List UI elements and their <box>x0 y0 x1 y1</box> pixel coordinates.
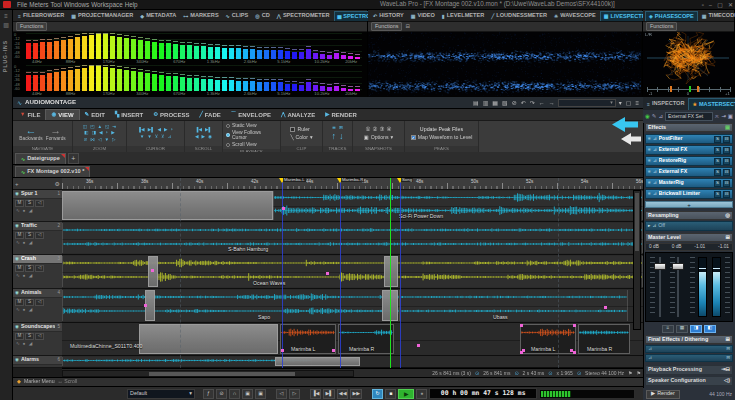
solo-button[interactable]: S <box>714 147 721 154</box>
time-ruler[interactable]: 36s38s40s42s44s46s48s50s52s54s56sMarimba… <box>62 178 643 190</box>
grey-clip-box[interactable] <box>275 357 360 366</box>
track-option-icon[interactable]: ● <box>23 308 26 313</box>
tab-filebrowser[interactable]: ≡FILEBROWSER <box>15 11 67 21</box>
playback-option-icon[interactable]: ⊟ <box>725 366 730 372</box>
fader-left-handle[interactable] <box>654 263 666 270</box>
clip-selection-handle[interactable] <box>520 351 523 354</box>
track-option-icon[interactable]: ◢ <box>29 308 33 313</box>
slot-fader-icon[interactable]: ⊿ <box>653 148 657 153</box>
track-toggle-icon[interactable]: ◉ <box>15 291 19 296</box>
vertical-scrollbar-thumb[interactable] <box>635 193 639 251</box>
tab-markers[interactable]: ⊶MARKERS <box>180 11 221 21</box>
navigate-backwards-button[interactable]: ←Backwards <box>19 125 42 142</box>
snapshot-button[interactable]: ① <box>365 127 370 133</box>
envelope-point[interactable] <box>151 269 154 272</box>
track-option-icon[interactable]: ● <box>23 209 26 214</box>
tool-icon[interactable]: ▶ <box>201 135 205 140</box>
layout-icon[interactable]: ▤ <box>473 100 479 106</box>
ruler-toggle[interactable]: Ruler <box>290 127 312 132</box>
effect-slot-brickwall-limiter[interactable]: ≡⊿Brickwall LimiterS⊟ <box>645 189 733 199</box>
option-a-button[interactable]: ▣ <box>242 389 253 399</box>
effect-slot-postfilter[interactable]: ≡⊿PostFilterS⊟ <box>645 134 733 144</box>
tab-history[interactable]: ↶HISTORY <box>370 11 407 21</box>
gear-icon[interactable]: ⚙ <box>55 181 60 187</box>
ribbon-tab-envelope[interactable]: ⌒ENVELOPE <box>226 109 276 120</box>
navigate-forwards-button[interactable]: →Forwards <box>46 125 66 142</box>
slot-fader-icon[interactable]: ⊿ <box>653 137 657 142</box>
update-peak-files-button[interactable]: Update Peak Files <box>420 127 463 132</box>
track-option-icon[interactable]: ◢ <box>29 274 33 279</box>
effect-slot-masterrig[interactable]: ≡⊿MasterRigS⊟ <box>645 178 733 188</box>
add-track-button[interactable]: + <box>15 181 19 187</box>
bypass-button[interactable]: ⊘ <box>216 389 227 399</box>
nav-back-icon[interactable]: ← <box>539 100 545 106</box>
grey-clip-box[interactable] <box>62 191 273 220</box>
tab-phasescope[interactable]: ◈PHASESCOPE <box>645 11 698 21</box>
final-effects-section-header[interactable]: Final Effects / Dithering ⊞ <box>645 335 733 344</box>
track-move-icon[interactable]: ↓ <box>339 132 344 141</box>
stop-button[interactable]: ■ <box>385 389 396 399</box>
dock-icon[interactable]: ▥ <box>0 22 12 28</box>
speaker-configuration-header[interactable]: Speaker Configuration ◁) <box>645 376 733 386</box>
tool-icon[interactable]: ▶ <box>164 128 168 133</box>
track-mute-button[interactable]: M <box>15 232 24 239</box>
clip-marimba-l[interactable]: Marimba L <box>280 324 336 354</box>
track-speaker-button[interactable]: ◁ <box>35 232 44 239</box>
track-option-icon[interactable]: ∿ <box>16 274 20 279</box>
ribbon-tab-insert[interactable]: ▚INSERT <box>110 109 148 120</box>
track-solo-button[interactable]: S <box>25 333 34 340</box>
track-option-icon[interactable]: ◢ <box>29 209 33 214</box>
clip-sapo[interactable]: Sapo <box>62 290 400 321</box>
add-effect-slot-button[interactable]: + <box>645 201 733 208</box>
track-move-icon[interactable]: ↑ <box>332 132 337 141</box>
option-b-button[interactable]: ▣ <box>255 389 266 399</box>
montage-search-box[interactable]: ▾ <box>558 99 616 107</box>
solo-button[interactable]: S <box>714 169 721 176</box>
solo-button[interactable]: S <box>714 191 721 198</box>
transport-preset-select[interactable]: Default▾ <box>127 389 195 399</box>
montage-tab[interactable]: ∿ FX Montage 002.v10 * <box>15 166 90 177</box>
slot-fader-icon[interactable]: ⊿ <box>653 170 657 175</box>
track-header-traffic[interactable]: ◉Traffic2MS◁∿●◢ <box>13 222 62 255</box>
track-toggle-icon[interactable]: ◉ <box>15 192 19 197</box>
transport-time-display[interactable]: 00 h 00 mn 47 s 128 ms <box>429 388 537 399</box>
slot-fader-icon[interactable]: ⊿ <box>653 192 657 197</box>
dropdown-icon[interactable]: ▾ <box>619 100 622 106</box>
effect-slot-external-fx[interactable]: ≡⊿External FXS⊟ <box>645 145 733 155</box>
rewind-button[interactable]: ◀◀ <box>337 389 349 399</box>
window-control-icon[interactable]: ▫ <box>702 2 704 8</box>
record-button[interactable]: ● <box>416 389 427 399</box>
playback-option-radio[interactable]: View Follows Cursor <box>226 130 277 140</box>
track-header-alarms[interactable]: ◉Alarms6 <box>13 356 62 368</box>
slot-menu-icon[interactable]: ≡ <box>648 192 651 197</box>
functions-button[interactable]: Functions <box>646 22 677 31</box>
track-speaker-button[interactable]: ◁ <box>35 333 44 340</box>
tab-cd[interactable]: ◎CD <box>252 11 272 21</box>
options-icon[interactable]: ▣ <box>728 114 733 120</box>
tab-metadata[interactable]: ◆METADATA <box>137 11 179 21</box>
ribbon-tab-analyze[interactable]: ⋀ANALYZE <box>276 109 320 120</box>
track-option-icon[interactable]: ● <box>23 342 26 347</box>
slot-menu-icon[interactable]: ≡ <box>648 170 651 175</box>
trash-icon[interactable]: ⊟ <box>723 147 730 154</box>
tool-icon[interactable]: ⇥ <box>112 125 116 130</box>
tool-icon[interactable]: ▐◀ <box>138 128 145 133</box>
expand-icon[interactable]: ⊞ <box>725 337 730 342</box>
tab-inspector[interactable]: ≡INSPECTOR <box>644 98 687 110</box>
tool-icon[interactable]: ⋈ <box>90 138 95 143</box>
envelope-point[interactable] <box>281 349 284 352</box>
envelope-point[interactable] <box>332 349 335 352</box>
color-menu[interactable]: ╲Color▾ <box>290 135 312 140</box>
nudge-right-button[interactable]: ▷ <box>289 389 300 399</box>
menu-meters[interactable]: Meters <box>28 1 49 8</box>
tab-levelmeter[interactable]: ▮LEVELMETER <box>439 11 487 21</box>
track-speaker-button[interactable]: ◁ <box>35 265 44 272</box>
menu-workspace[interactable]: Workspace <box>90 1 123 8</box>
tab-timecode[interactable]: ▦TIMECODE <box>699 11 735 21</box>
map-waveform-checkbox[interactable]: ✔Map Waveform to Level <box>411 135 473 140</box>
track-mute-button[interactable]: M <box>15 200 24 207</box>
tool-icon[interactable]: ≋ <box>83 138 87 143</box>
tool-icon[interactable]: ▷ <box>112 138 116 143</box>
track-toggle-icon[interactable]: ◉ <box>15 224 19 229</box>
copy-icon[interactable]: ▦ <box>492 100 498 106</box>
